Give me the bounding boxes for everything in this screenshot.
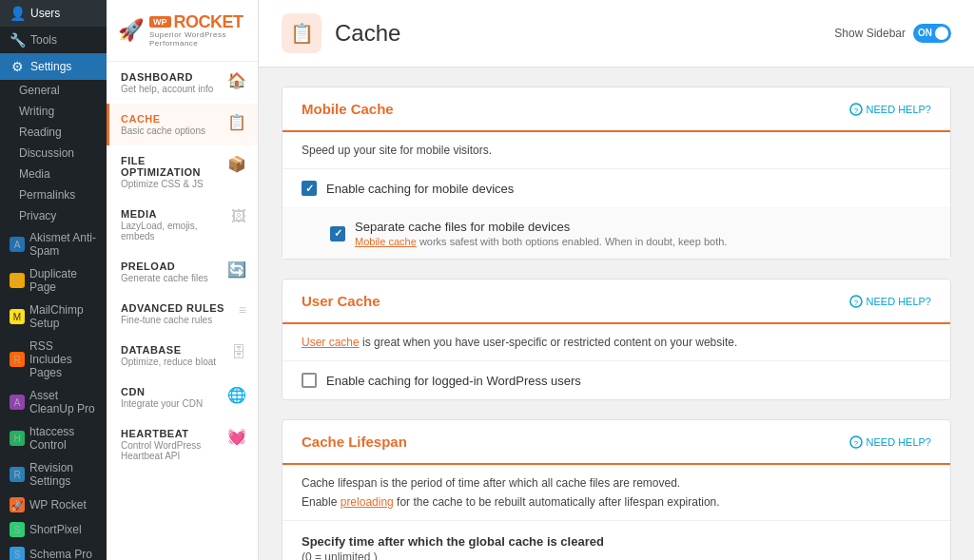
logged-in-cache-row: Enable caching for logged-in WordPress u…	[282, 361, 950, 399]
cache-page-icon: 📋	[290, 22, 314, 45]
logged-in-cache-label: Enable caching for logged-in WordPress u…	[326, 374, 581, 388]
asset-cleanup-icon: A	[10, 395, 25, 410]
sidebar-sub-privacy[interactable]: Privacy	[0, 205, 107, 226]
sidebar-item-settings[interactable]: ⚙ Settings	[0, 53, 107, 80]
sidebar-plugin-revision[interactable]: R Revision Settings	[0, 456, 107, 492]
media-icon: 🖼	[231, 208, 246, 225]
cache-icon: 📋	[227, 113, 246, 131]
mobile-cache-link[interactable]: Mobile cache	[355, 236, 417, 247]
nav-cache[interactable]: CACHE Basic cache options 📋	[107, 104, 258, 145]
nav-media-sub: LazyLoad, emojis, embeds	[121, 221, 231, 241]
sidebar-plugin-shortpixel[interactable]: S ShortPixel	[0, 517, 107, 542]
nav-cdn-title: CDN	[121, 386, 203, 397]
sidebar-item-tools[interactable]: 🔧 Tools	[0, 27, 107, 53]
nav-preload[interactable]: PRELOAD Generate cache files 🔄	[107, 251, 258, 293]
separate-mobile-cache-checkbox[interactable]	[330, 226, 345, 241]
nav-dashboard-title: DASHBOARD	[121, 71, 213, 83]
sidebar-sub-media[interactable]: Media	[0, 164, 107, 184]
svg-text:?: ?	[853, 439, 858, 448]
show-sidebar-toggle[interactable]: ON	[913, 24, 951, 43]
cache-lifespan-need-help[interactable]: ? NEED HELP?	[849, 435, 931, 449]
lifespan-title: Specify time after which the global cach…	[302, 534, 931, 549]
enable-mobile-cache-checkbox[interactable]	[302, 181, 317, 196]
wp-rocket-logo: 🚀 WP ROCKET Superior WordPress Performan…	[107, 0, 258, 62]
sidebar-plugin-schema-pro[interactable]: S Schema Pro	[0, 542, 107, 560]
sidebar-sub-reading[interactable]: Reading	[0, 122, 107, 143]
user-cache-link[interactable]: User cache	[302, 336, 360, 349]
separate-mobile-cache-content: Separate cache files for mobile devices …	[355, 220, 727, 247]
sidebar-sub-writing[interactable]: Writing	[0, 101, 107, 122]
enable-mobile-cache-row: Enable caching for mobile devices	[282, 169, 950, 208]
page-title: Cache	[335, 20, 400, 47]
nav-advanced-rules[interactable]: ADVANCED RULES Fine-tune cache rules ≡	[107, 293, 258, 335]
duplicate-page-icon: D	[10, 273, 25, 288]
logged-in-cache-checkbox[interactable]	[302, 373, 317, 388]
page-icon: 📋	[282, 13, 321, 53]
rocket-sidebar: 🚀 WP ROCKET Superior WordPress Performan…	[107, 0, 259, 560]
nav-file-opt-sub: Optimize CSS & JS	[121, 179, 227, 189]
htaccess-icon: H	[10, 431, 25, 446]
separate-mobile-cache-sub: Mobile cache works safest with both opti…	[355, 236, 727, 247]
lifespan-box: Specify time after which the global cach…	[282, 521, 950, 560]
nav-database[interactable]: DATABASE Optimize, reduce bloat 🗄	[107, 335, 258, 377]
help-circle-icon-3: ?	[849, 435, 863, 449]
user-cache-section: User Cache ? NEED HELP? User cache is gr…	[282, 279, 951, 400]
nav-dashboard[interactable]: DASHBOARD Get help, account info 🏠	[107, 62, 258, 104]
page-title-area: 📋 Cache	[282, 13, 400, 53]
nav-advanced-title: ADVANCED RULES	[121, 302, 224, 314]
preloading-link[interactable]: preloading	[341, 495, 394, 509]
nav-file-opt-title: FILE OPTIMIZATION	[121, 155, 227, 178]
nav-cdn[interactable]: CDN Integrate your CDN 🌐	[107, 377, 258, 418]
cache-lifespan-desc1: Cache lifespan is the period of time aft…	[282, 465, 950, 495]
shortpixel-icon: S	[10, 522, 25, 537]
sidebar-plugin-duplicate-page[interactable]: D Duplicate Page	[0, 262, 107, 299]
nav-heartbeat[interactable]: HEARTBEAT Control WordPress Heartbeat AP…	[107, 418, 258, 471]
users-icon: 👤	[10, 6, 25, 21]
show-sidebar-area: Show Sidebar ON	[834, 24, 951, 43]
nav-heartbeat-title: HEARTBEAT	[121, 428, 227, 439]
sidebar-sub-discussion[interactable]: Discussion	[0, 143, 107, 164]
database-icon: 🗄	[231, 344, 246, 361]
cache-lifespan-title: Cache Lifespan	[302, 434, 407, 450]
nav-database-sub: Optimize, reduce bloat	[121, 357, 216, 367]
user-cache-need-help[interactable]: ? NEED HELP?	[849, 295, 931, 308]
nav-advanced-sub: Fine-tune cache rules	[121, 315, 224, 325]
cdn-icon: 🌐	[227, 386, 246, 404]
preload-icon: 🔄	[227, 261, 246, 279]
sidebar-plugin-asset-cleanup[interactable]: A Asset CleanUp Pro	[0, 384, 107, 420]
lifespan-sub: (0 = unlimited )	[302, 550, 931, 560]
nav-file-optimization[interactable]: FILE OPTIMIZATION Optimize CSS & JS 📦	[107, 145, 258, 199]
logo-subtitle: Superior WordPress Performance	[149, 30, 246, 48]
sidebar-sub-general[interactable]: General	[0, 80, 107, 101]
rss-icon: R	[10, 352, 25, 367]
main-body: Mobile Cache ? NEED HELP? Speed up your …	[259, 68, 974, 560]
user-cache-title: User Cache	[302, 293, 380, 309]
enable-mobile-cache-label: Enable caching for mobile devices	[326, 182, 514, 196]
nav-cdn-sub: Integrate your CDN	[121, 398, 203, 409]
mobile-cache-desc: Speed up your site for mobile visitors.	[282, 132, 950, 169]
separate-mobile-cache-row: Separate cache files for mobile devices …	[282, 208, 950, 259]
nav-dashboard-sub: Get help, account info	[121, 84, 213, 94]
sidebar-item-users[interactable]: 👤 Users	[0, 0, 107, 27]
tools-icon: 🔧	[10, 32, 25, 48]
sidebar-plugin-rss[interactable]: R RSS Includes Pages	[0, 335, 107, 384]
nav-heartbeat-sub: Control WordPress Heartbeat API	[121, 440, 227, 461]
logo-badge: WP	[149, 16, 171, 28]
mobile-cache-title: Mobile Cache	[302, 101, 394, 117]
akismet-icon: A	[10, 237, 25, 252]
rocket-flame-icon: 🚀	[118, 18, 144, 43]
mailchimp-icon: M	[10, 309, 25, 324]
sidebar-plugin-htaccess[interactable]: H htaccess Control	[0, 420, 107, 456]
sidebar-plugin-wp-rocket[interactable]: 🚀 WP Rocket	[0, 492, 107, 517]
revision-icon: R	[10, 467, 25, 482]
wp-rocket-icon: 🚀	[10, 497, 25, 512]
sidebar-plugin-mailchimp[interactable]: M MailChimp Setup	[0, 299, 107, 335]
sidebar-plugin-akismet[interactable]: A Akismet Anti-Spam	[0, 226, 107, 262]
mobile-cache-need-help[interactable]: ? NEED HELP?	[849, 103, 931, 116]
nav-media[interactable]: MEDIA LazyLoad, emojis, embeds 🖼	[107, 199, 258, 251]
heartbeat-icon: 💓	[227, 428, 246, 446]
cache-lifespan-desc2: Enable preloading for the cache to be re…	[282, 495, 950, 521]
mobile-cache-section: Mobile Cache ? NEED HELP? Speed up your …	[282, 87, 951, 260]
sidebar-sub-permalinks[interactable]: Permalinks	[0, 184, 107, 205]
advanced-rules-icon: ≡	[239, 302, 246, 318]
